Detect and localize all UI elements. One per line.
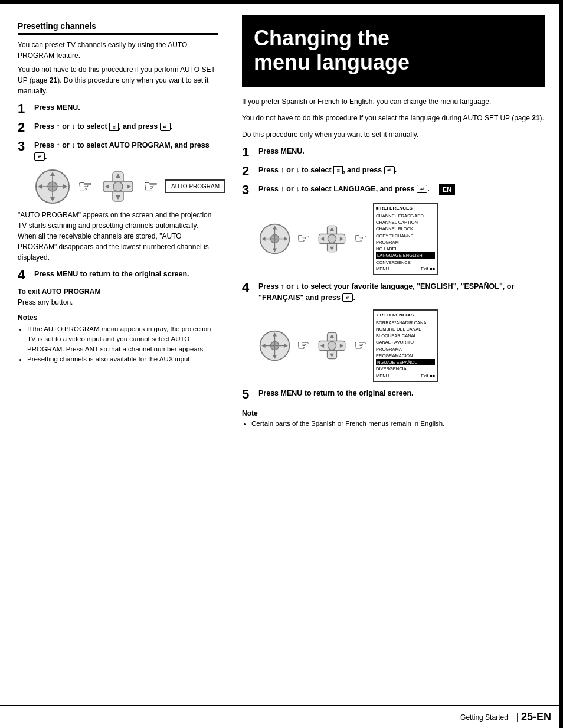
right-step-4-num: 4 — [242, 281, 258, 294]
right-intro-3: Do this procedure only when you want to … — [242, 129, 545, 140]
right-note-title: Note — [242, 409, 545, 417]
right-step-4: 4 Press ↑ or ↓ to select your favorite l… — [242, 281, 545, 303]
svg-point-25 — [328, 234, 336, 243]
menu-row-copy: COPY TI CHANNEL — [376, 233, 435, 239]
intro-text-2: You do not have to do this procedure if … — [18, 64, 218, 96]
left-step-1: 1 Press MENU. — [18, 102, 218, 115]
right-step-2-num: 2 — [242, 165, 258, 178]
intro-text-1: You can preset TV channels easily by usi… — [18, 40, 218, 61]
menu2-row-favorito: CANAL FAVORITO — [376, 339, 435, 345]
section-title: Presetting channels — [18, 21, 218, 33]
menu-row-nolabel: NO LABEL — [376, 246, 435, 252]
menu2-row-borrar: BORRAR/ANADIR CANAL — [376, 319, 435, 326]
menu2-row-language-es: NGUAJE ESPAÑOL — [376, 359, 435, 365]
right-notes-list: Certain parts of the Spanish or French m… — [242, 419, 545, 429]
right-step-4-content: Press ↑ or ↓ to select your favorite lan… — [258, 281, 545, 303]
footer-text: Getting Started — [460, 713, 508, 722]
menu-row-menu-exit: MENUExit ■■ — [376, 266, 435, 272]
right-hand-4: ☞ — [354, 337, 367, 354]
right-remote-joystick-2 — [258, 329, 291, 362]
right-intro-1: If you prefer Spanish or French to Engli… — [242, 96, 545, 107]
page-footer: Getting Started | 25-EN — [0, 705, 563, 728]
svg-point-10 — [113, 182, 123, 191]
right-step-5-num: 5 — [242, 388, 258, 401]
hand-icon-1: ☞ — [78, 177, 93, 196]
auto-program-screen: AUTO PROGRAM — [165, 179, 225, 193]
right-hand-3: ☞ — [297, 337, 310, 354]
left-description: "AUTO PROGRAM" appears on the screen and… — [18, 210, 218, 263]
exit-title: To exit AUTO PROGRAM — [18, 288, 218, 296]
right-image-row-1: ☞ ☞ ■ REFERENCES — [258, 203, 545, 275]
right-step-3-num: 3 — [242, 184, 258, 197]
menu-screen-2: 7 REFERENCIAS BORRAR/ANADIR CANAL NOMBRE… — [373, 309, 438, 382]
page-container: Presetting channels You can preset TV ch… — [0, 0, 563, 728]
menu-row-block: CHANNEL BLOCK — [376, 226, 435, 232]
left-step-1-content: Press MENU. — [34, 102, 218, 113]
right-remote-joystick — [258, 223, 291, 255]
right-step-5: 5 Press MENU to return to the original s… — [242, 388, 545, 401]
menu-row-language-en: LANGUAGE ENGLISH — [376, 252, 435, 259]
notes-title: Notes — [18, 314, 218, 322]
right-step-3: 3 Press ↑ or ↓ to select LANGUAGE, and p… — [242, 184, 545, 197]
right-step-5-content: Press MENU to return to the original scr… — [258, 388, 545, 399]
notes-section: Notes If the AUTO PROGRAM menu appears i… — [18, 314, 218, 365]
right-remote-cross — [316, 223, 348, 255]
notes-list: If the AUTO PROGRAM menu appears in gray… — [18, 324, 218, 365]
remote-cross — [100, 168, 136, 205]
right-hand-2: ☞ — [354, 230, 367, 247]
left-step-3-num: 3 — [18, 140, 34, 153]
left-step-3-content: Press ↑ or ↓ to select AUTO PROGRAM, and… — [34, 140, 218, 162]
left-step-2-num: 2 — [18, 121, 34, 134]
right-image-row-2: ☞ ☞ 7 REFERENCIAS — [258, 309, 545, 382]
right-note-section: Note Certain parts of the Spanish or Fre… — [242, 409, 545, 429]
right-bar — [559, 0, 563, 728]
menu2-row-programacion: PROGRAMACION — [376, 352, 435, 359]
big-title: Changing the menu language — [254, 26, 533, 75]
left-step-2: 2 Press ↑ or ↓ to select ≡, and press ↵. — [18, 121, 218, 134]
footer-separator: | — [516, 712, 519, 723]
menu-row-add: CHANNEL ERASE/ADD — [376, 213, 435, 219]
en-badge: EN — [439, 184, 455, 196]
left-step-4-num: 4 — [18, 269, 34, 282]
big-title-box: Changing the menu language — [242, 15, 545, 87]
menu2-row-divergencia: DIVERGENCIA — [376, 365, 435, 372]
menu-screen-1: ■ REFERENCES CHANNEL ERASE/ADD CHANNEL C… — [373, 203, 438, 275]
right-step-1-content: Press MENU. — [258, 146, 545, 157]
left-column: Presetting channels You can preset TV ch… — [0, 15, 230, 681]
left-image-row: ☞ ☞ AUTO PROGRAM — [34, 168, 218, 205]
left-step-4-content: Press MENU to return to the original scr… — [34, 269, 218, 280]
right-step-3-content: Press ↑ or ↓ to select LANGUAGE, and pre… — [258, 184, 545, 196]
left-step-2-content: Press ↑ or ↓ to select ≡, and press ↵. — [34, 121, 218, 132]
right-note-item: Certain parts of the Spanish or French m… — [251, 419, 545, 429]
note-item-1: If the AUTO PROGRAM menu appears in gray… — [27, 324, 218, 355]
exit-text: Press any button. — [18, 297, 218, 308]
right-column: Changing the menu language If you prefer… — [230, 15, 563, 681]
right-step-2: 2 Press ↑ or ↓ to select ≡, and press ↵. — [242, 165, 545, 178]
right-step-2-content: Press ↑ or ↓ to select ≡, and press ↵. — [258, 165, 545, 176]
right-intro-2: You do not have to do this procedure if … — [242, 113, 545, 123]
hand-icon-2: ☞ — [143, 177, 158, 196]
svg-point-40 — [328, 341, 336, 350]
section-title-bar: Presetting channels — [18, 21, 218, 35]
left-step-4: 4 Press MENU to return to the original s… — [18, 269, 218, 282]
menu2-row-nombre: NOMBRE DEL CANAL — [376, 326, 435, 332]
left-step-1-num: 1 — [18, 102, 34, 115]
right-remote-cross-2 — [316, 329, 348, 362]
menu2-row-bloquear: BLOQUEAR CANAL — [376, 332, 435, 339]
right-step-1: 1 Press MENU. — [242, 146, 545, 159]
right-step-1-num: 1 — [242, 146, 258, 159]
remote-joystick — [34, 168, 71, 205]
footer-page-num: 25-EN — [521, 711, 551, 723]
menu-row-convergence: CONVERGENCE — [376, 259, 435, 266]
menu2-row-programa: PROGRAMA — [376, 346, 435, 352]
left-step-3: 3 Press ↑ or ↓ to select AUTO PROGRAM, a… — [18, 140, 218, 162]
right-hand-1: ☞ — [297, 230, 310, 247]
menu2-row-menu-exit: MENUExit ■■ — [376, 373, 435, 379]
content-area: Presetting channels You can preset TV ch… — [0, 4, 563, 681]
menu-row-caption: CHANNEL CAPTION — [376, 219, 435, 226]
note-item-2: Presetting channels is also available fo… — [27, 354, 218, 364]
menu-row-program: PROGRAM — [376, 239, 435, 246]
